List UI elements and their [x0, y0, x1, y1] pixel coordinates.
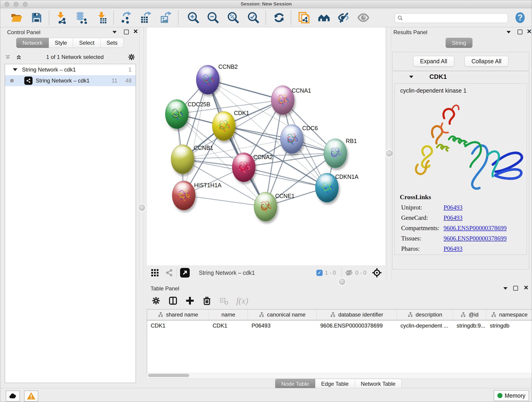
collapse-all-button[interactable]: Collapse All — [464, 56, 509, 67]
table-cell[interactable]: CDK1 — [147, 322, 209, 329]
expand-all-icon[interactable] — [15, 54, 22, 61]
node-table[interactable]: shared namenamecanonical namedatabase id… — [147, 309, 532, 376]
table-options-gear-icon[interactable] — [152, 296, 161, 305]
zoom-in-button[interactable] — [186, 11, 201, 25]
control-panel-close-button[interactable]: ✕ — [133, 29, 138, 34]
memory-button[interactable]: Memory — [494, 390, 529, 401]
node-HIST1H1A[interactable] — [172, 181, 196, 210]
import-network-button[interactable] — [54, 11, 69, 25]
crosslink-value-link[interactable]: 9606.ENSP00000378699 — [443, 225, 507, 232]
scrollbar-thumb[interactable] — [148, 374, 189, 377]
table-cell[interactable]: P06493 — [248, 322, 317, 329]
crosslink-value-link[interactable]: P06493 — [443, 214, 462, 221]
export-table-button[interactable] — [139, 11, 153, 25]
table-cell[interactable]: cyclin-dependent ... — [397, 322, 453, 329]
warning-status-button[interactable] — [24, 390, 38, 402]
left-splitter-handle[interactable] — [139, 204, 145, 211]
help-button[interactable]: ? — [513, 11, 527, 25]
export-image-button[interactable] — [158, 11, 172, 25]
table-panel-float-button[interactable] — [503, 287, 507, 290]
zoom-out-button[interactable] — [206, 11, 220, 25]
results-panel-close-button[interactable]: ✕ — [527, 29, 532, 34]
save-session-button[interactable] — [30, 11, 44, 25]
help-icon: ? — [514, 12, 526, 24]
results-panel-maximize-button[interactable] — [518, 30, 522, 34]
birds-eye-view-button[interactable] — [180, 268, 190, 278]
zoom-fit-button[interactable] — [226, 11, 240, 25]
column-header-canonical-name[interactable]: canonical name — [248, 309, 317, 320]
control-panel-float-button[interactable] — [113, 31, 117, 33]
delete-column-icon[interactable] — [202, 296, 211, 305]
node-CDK1[interactable] — [212, 111, 235, 141]
crosslink-value-link[interactable]: 9606.ENSP00000378699 — [443, 235, 507, 242]
table-horizontal-scrollbar[interactable] — [147, 373, 532, 378]
network-row[interactable]: String Network – cdk1 11 48 — [5, 75, 136, 86]
tab-sets[interactable]: Sets — [101, 38, 124, 48]
fit-selection-crosshair-icon[interactable] — [372, 268, 382, 278]
table-cell[interactable]: stringdb:9... — [453, 322, 486, 329]
node-CCNA1[interactable] — [271, 85, 294, 115]
grid-view-icon[interactable] — [151, 268, 159, 277]
tab-edge-table[interactable]: Edge Table — [315, 379, 355, 389]
node-CCNA2[interactable] — [232, 153, 255, 182]
show-columns-icon[interactable] — [168, 296, 177, 305]
column-header-namespace[interactable]: namespace — [486, 309, 532, 320]
table-cell[interactable]: stringdb — [486, 322, 532, 329]
control-panel-maximize-button[interactable] — [124, 30, 129, 34]
node-RB1[interactable] — [324, 139, 347, 168]
edge-CCNB2-HIST1H1A[interactable] — [184, 80, 208, 195]
table-row[interactable]: CDK1CDK1P064939606.ENSP00000378699cyclin… — [147, 320, 532, 331]
memory-status-dot — [497, 393, 502, 398]
import-network-from-database-button[interactable] — [74, 11, 88, 25]
tab-select[interactable]: Select — [73, 38, 101, 48]
hidden-eye-icon[interactable] — [345, 269, 353, 277]
column-header--id[interactable]: @id — [453, 309, 486, 320]
node-CCNB1[interactable] — [171, 145, 194, 174]
column-header-database-identifier[interactable]: database identifier — [317, 309, 397, 320]
tree-expand-arrow-icon[interactable] — [13, 68, 17, 71]
column-header-name[interactable]: name — [209, 309, 248, 320]
table-cell[interactable]: CDK1 — [209, 322, 248, 329]
share-view-icon[interactable] — [165, 268, 173, 277]
entry-collapse-arrow-icon[interactable] — [409, 76, 413, 78]
crosslink-row: Uniprot:P06493 — [401, 204, 527, 211]
node-CDC6[interactable] — [280, 124, 304, 154]
hide-selected-button[interactable] — [336, 11, 351, 25]
expand-all-button[interactable]: Expand All — [413, 56, 454, 67]
tab-network[interactable]: Network — [16, 38, 49, 48]
import-table-button[interactable] — [95, 11, 109, 25]
network-collection-row[interactable]: String Network – cdk1 1 — [5, 64, 136, 75]
show-all-nodes-button[interactable] — [317, 11, 331, 25]
open-session-button[interactable] — [9, 11, 24, 25]
results-panel-float-button[interactable] — [507, 31, 511, 33]
tab-string[interactable]: String — [446, 38, 472, 48]
node-CCNB2[interactable] — [196, 65, 220, 95]
export-network-button[interactable] — [119, 11, 133, 25]
tab-style[interactable]: Style — [49, 38, 73, 48]
left-splitter[interactable] — [138, 27, 146, 279]
column-header-shared-name[interactable]: shared name — [147, 309, 209, 320]
search-input[interactable] — [403, 15, 503, 21]
column-header-description[interactable]: description — [397, 309, 453, 320]
table-cell[interactable]: 9606.ENSP00000378699 — [317, 322, 397, 329]
crosslink-value-link[interactable]: P06493 — [443, 245, 462, 252]
tab-network-table[interactable]: Network Table — [355, 379, 402, 389]
show-hide-button[interactable] — [356, 11, 370, 25]
edge-CCNE1-HIST1H1A[interactable] — [184, 195, 265, 206]
add-column-icon[interactable] — [185, 296, 195, 305]
node-CDC25B[interactable] — [165, 99, 189, 129]
tab-node-table[interactable]: Node Table — [275, 379, 315, 389]
selected-indicator-checkbox[interactable]: ✓ — [317, 270, 323, 276]
clone-network-button[interactable] — [297, 11, 311, 25]
node-CCNE1[interactable] — [254, 192, 277, 221]
cloud-status-button[interactable] — [6, 390, 20, 402]
table-panel-maximize-button[interactable] — [513, 286, 518, 291]
cloud-icon — [8, 391, 17, 401]
zoom-selected-button[interactable] — [246, 11, 260, 25]
table-panel-close-button[interactable]: ✕ — [524, 285, 529, 290]
collapse-all-icon[interactable] — [4, 54, 11, 61]
network-canvas[interactable]: CCNB2CCNA1CDC25BCDK1CDC6RB1CCNB1CCNA2CDK… — [147, 27, 385, 266]
crosslink-value-link[interactable]: P06493 — [443, 204, 462, 211]
refresh-view-button[interactable] — [272, 11, 286, 25]
network-options-gear-icon[interactable] — [128, 53, 135, 61]
